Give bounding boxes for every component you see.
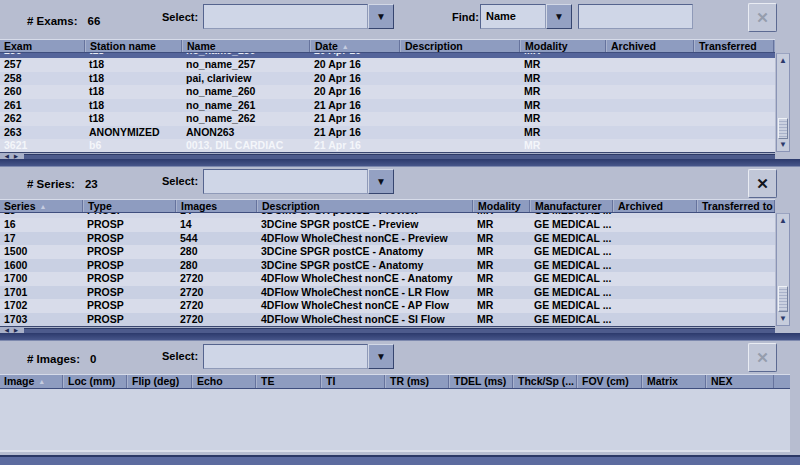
images-col-fov-cm[interactable]: FOV (cm) — [577, 375, 642, 388]
series-cell — [613, 313, 697, 327]
scroll-up-icon[interactable]: ▲ — [777, 214, 789, 227]
series-cell: 4DFlow WholeChest nonCE - LR Flow — [257, 286, 473, 300]
sort-asc-icon: ▲ — [342, 43, 349, 50]
images-col-loc-mm[interactable]: Loc (mm) — [63, 375, 127, 388]
scroll-up-icon[interactable]: ▲ — [777, 54, 789, 67]
series-row-17[interactable]: 17PROSP5444DFlow WholeChest nonCE - Prev… — [0, 232, 775, 246]
exams-select-combo[interactable]: ▼ — [203, 4, 394, 29]
exams-col-station-name[interactable]: Station name — [85, 40, 182, 52]
column-label: Modality — [478, 200, 521, 212]
scroll-down-icon[interactable]: ▼ — [777, 312, 789, 325]
series-cell: PROSP — [83, 259, 176, 273]
images-col-tdel-ms[interactable]: TDEL (ms) — [449, 375, 513, 388]
images-col-echo[interactable]: Echo — [192, 375, 256, 388]
series-cell: 3DCine SPGR postCE - Anatomy — [257, 245, 473, 259]
exams-horizontal-scrollbar[interactable]: ◀ ▶ — [0, 152, 775, 159]
series-row-1703[interactable]: 1703PROSP27204DFlow WholeChest nonCE - S… — [0, 313, 775, 327]
exams-find-by-value[interactable]: Name — [480, 4, 546, 29]
images-col-flip-deg[interactable]: Flip (deg) — [127, 375, 192, 388]
series-scrollbar-thumb[interactable] — [778, 286, 788, 312]
exams-find-dropdown-button[interactable]: ▼ — [546, 4, 572, 29]
series-close-button[interactable]: ✕ — [748, 169, 777, 198]
exams-cell: no_name_257 — [182, 58, 310, 72]
series-cell — [613, 245, 697, 259]
column-label: TDEL (ms) — [454, 375, 506, 387]
series-col-archived[interactable]: Archived — [613, 200, 697, 212]
series-col-series[interactable]: Series▲ — [0, 200, 83, 212]
exams-scrollbar-thumb[interactable] — [778, 118, 788, 139]
images-col-ti[interactable]: TI — [321, 375, 385, 388]
series-horizontal-scrollbar[interactable]: ◀ ▶ — [0, 326, 775, 333]
exams-col-exam[interactable]: Exam — [0, 40, 85, 52]
exams-cell — [694, 58, 774, 72]
images-close-button[interactable]: ✕ — [748, 343, 777, 372]
exams-cell: 260 — [0, 85, 85, 99]
series-row-1600[interactable]: 1600PROSP2803DCine SPGR postCE - Anatomy… — [0, 259, 775, 273]
series-col-images[interactable]: Images — [176, 200, 257, 212]
exams-find-input[interactable] — [578, 4, 693, 29]
exams-col-date[interactable]: Date▲ — [310, 40, 400, 52]
exams-select-value[interactable] — [203, 4, 368, 29]
close-icon: ✕ — [756, 175, 769, 193]
exams-row-262[interactable]: 262t18no_name_26221 Apr 16MR — [0, 112, 775, 126]
series-row-16[interactable]: 16PROSP143DCine SPGR postCE - PreviewMRG… — [0, 218, 775, 232]
exams-row-261[interactable]: 261t18no_name_26121 Apr 16MR — [0, 99, 775, 113]
exams-col-modality[interactable]: Modality — [520, 40, 606, 52]
exams-cell — [694, 72, 774, 86]
exams-row-263[interactable]: 263ANONYMIZEDANON26321 Apr 16MR — [0, 126, 775, 140]
images-select-combo[interactable]: ▼ — [203, 344, 394, 369]
series-col-description[interactable]: Description — [257, 200, 473, 212]
series-row-1702[interactable]: 1702PROSP27204DFlow WholeChest nonCE - A… — [0, 299, 775, 313]
exams-row-258[interactable]: 258t18pai, clariview20 Apr 16MR — [0, 72, 775, 86]
series-col-manufacturer[interactable]: Manufacturer — [530, 200, 613, 212]
exams-row-3621[interactable]: 3621b60013, DIL CARDIAC21 Apr 16MR — [0, 139, 775, 152]
series-cell: GE MEDICAL ... — [530, 272, 613, 286]
series-col-type[interactable]: Type — [83, 200, 176, 212]
series-col-modality[interactable]: Modality — [473, 200, 530, 212]
images-col-image[interactable]: Image▲ — [0, 375, 63, 388]
exams-close-button[interactable]: ✕ — [748, 3, 777, 32]
series-col-transferred-to[interactable]: Transferred to — [697, 200, 775, 212]
exams-select-dropdown-button[interactable]: ▼ — [368, 4, 394, 29]
series-row-1701[interactable]: 1701PROSP27204DFlow WholeChest nonCE - L… — [0, 286, 775, 300]
series-cell — [613, 299, 697, 313]
series-cell: 3DCine SPGR postCE - Preview — [257, 213, 473, 218]
exams-vertical-scrollbar[interactable]: ▲ ▼ — [776, 53, 790, 152]
exams-row-260[interactable]: 260t18no_name_26020 Apr 16MR — [0, 85, 775, 99]
scroll-down-icon[interactable]: ▼ — [777, 138, 789, 151]
images-col-nex[interactable]: NEX — [706, 375, 774, 388]
chevron-down-icon: ▼ — [376, 351, 386, 362]
series-cell: GE MEDICAL ... — [530, 213, 613, 218]
exams-col-description[interactable]: Description — [400, 40, 520, 52]
series-cell: MR — [473, 272, 530, 286]
series-select-dropdown-button[interactable]: ▼ — [368, 169, 394, 194]
images-select-value[interactable] — [203, 344, 368, 369]
exams-col-transferred[interactable]: Transferred — [694, 40, 774, 52]
exams-col-archived[interactable]: Archived — [606, 40, 694, 52]
series-row-1500[interactable]: 1500PROSP2803DCine SPGR postCE - Anatomy… — [0, 245, 775, 259]
series-select-combo[interactable]: ▼ — [203, 169, 394, 194]
exams-cell: 256 — [0, 53, 85, 58]
exams-find-by-combo[interactable]: Name ▼ — [480, 4, 572, 29]
series-cell: 1703 — [0, 313, 83, 327]
images-col-tr-ms[interactable]: TR (ms) — [385, 375, 449, 388]
series-row-1700[interactable]: 1700PROSP27204DFlow WholeChest nonCE - A… — [0, 272, 775, 286]
exams-row-257[interactable]: 257t18no_name_25720 Apr 16MR — [0, 58, 775, 72]
series-cell: 1700 — [0, 272, 83, 286]
images-select-dropdown-button[interactable]: ▼ — [368, 344, 394, 369]
images-col-te[interactable]: TE — [256, 375, 321, 388]
exams-cell — [400, 85, 520, 99]
series-cell: 2720 — [176, 272, 257, 286]
column-label: Matrix — [647, 375, 678, 387]
series-row-15[interactable]: 15PROSP143DCine SPGR postCE - PreviewMRG… — [0, 213, 775, 218]
exams-col-name[interactable]: Name — [182, 40, 310, 52]
series-cell: 17 — [0, 232, 83, 246]
exams-cell: 0013, DIL CARDIAC — [182, 139, 310, 152]
images-col-thck-sp[interactable]: Thck/Sp (... — [513, 375, 577, 388]
series-vertical-scrollbar[interactable]: ▲ ▼ — [776, 213, 790, 326]
images-col-matrix[interactable]: Matrix — [642, 375, 706, 388]
exams-cell: pai, clariview — [182, 72, 310, 86]
exams-row-256[interactable]: 256t18no_name_25620 Apr 16MR — [0, 53, 775, 58]
series-select-value[interactable] — [203, 169, 368, 194]
column-label: NEX — [711, 375, 733, 387]
